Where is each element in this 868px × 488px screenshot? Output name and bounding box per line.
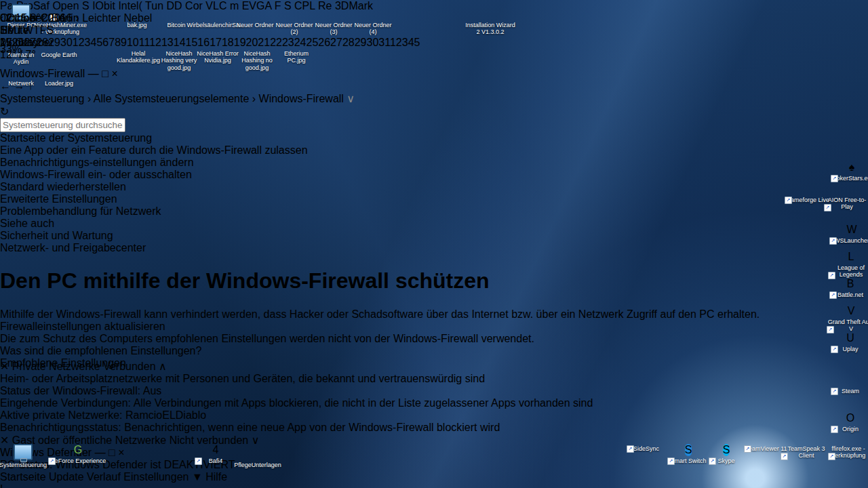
icon-label: NiceHash Hashing very good.jpg xyxy=(157,50,201,71)
calendar-cell: 20 xyxy=(246,37,258,48)
calendar-cell: 11 xyxy=(139,37,149,48)
breadcrumb-separator: › xyxy=(252,93,256,104)
desktop-icon-netzwerk[interactable]: Netzwerk xyxy=(1,62,41,87)
desktop-icon-league-of-legends[interactable]: L League of Legends xyxy=(829,251,868,279)
pokerstars-icon: ♠ xyxy=(849,161,855,174)
desktop: Dieser PC NiceHashMiner.exe - Verknüpfun… xyxy=(0,0,868,488)
breadcrumb-item[interactable]: Alle Systemsteuerungselemente xyxy=(94,93,249,104)
icon-label: Systemsteuerung xyxy=(0,462,47,468)
icon-label: Loader.jpg xyxy=(45,80,73,87)
address-bar: ← → ↑ Systemsteuerung › Alle Systemsteue… xyxy=(0,80,868,132)
collapse-icon[interactable]: ∧ xyxy=(159,361,167,372)
desktop-icon-geforce-experience[interactable]: G GeForce Experience xyxy=(49,444,107,464)
maximize-button[interactable]: □ xyxy=(102,68,108,79)
desktop-icon-teamspeak[interactable]: TeamSpeak 3 Client xyxy=(781,444,831,460)
icon-label: SideSync xyxy=(633,445,659,452)
desktop-icon-battlenet[interactable]: B Battle.net xyxy=(830,278,868,298)
calendar-cell: 18 xyxy=(222,37,234,48)
uplay-icon: U xyxy=(846,332,854,344)
recommended-settings-link[interactable]: Was sind die empfohlenen Einstellungen? xyxy=(0,345,868,357)
calendar-cell: 16 xyxy=(197,37,210,48)
calendar-cell: 19 xyxy=(234,37,246,48)
maximize-button[interactable]: □ xyxy=(108,447,115,458)
origin-icon: O xyxy=(846,412,854,424)
breadcrumb-item[interactable]: Windows-Firewall xyxy=(259,93,344,104)
icon-label: WSLauncher xyxy=(834,237,868,244)
sidebar-task-link[interactable]: Eine App oder ein Feature durch die Wind… xyxy=(0,144,868,157)
calendar-cell: 4 xyxy=(408,37,414,48)
search-input[interactable] xyxy=(0,118,125,132)
chevron-down-icon: ▼ xyxy=(192,471,203,483)
calendar-cell: 23 xyxy=(282,37,294,48)
desktop-icon-origin[interactable]: O Origin xyxy=(831,412,868,432)
private-networks-header[interactable]: ✕ Private Netzwerke Verbunden ∧ xyxy=(0,360,868,373)
sidebar-task-link[interactable]: Benachrichtigungs-einstellungen ändern xyxy=(0,157,868,169)
warning-monitor-icon: ! xyxy=(0,483,868,488)
breadcrumb[interactable]: Systemsteuerung › Alle Systemsteuerungse… xyxy=(0,92,868,105)
close-button[interactable]: × xyxy=(118,447,124,458)
desktop-icon-smart-switch[interactable]: S Smart Switch xyxy=(668,444,709,464)
desktop-icon-gameforge[interactable]: Gameforge Live xyxy=(785,195,830,203)
icon-label: GeForce Experience xyxy=(50,458,106,464)
refresh-icon[interactable]: ↻ xyxy=(0,106,9,117)
desktop-icon-gta5[interactable]: V Grand Theft Auto V xyxy=(827,305,868,333)
tearoff-calendar-widget[interactable]: October 2016 17 Monday xyxy=(0,12,66,49)
sidebar-task-link[interactable]: Erweiterte Einstellungen xyxy=(0,193,868,205)
desktop-icon-pflegeunterlagen[interactable]: PflegeUnterlagen xyxy=(233,444,282,468)
desktop-icon-firefox[interactable]: ffirefox.exe - Verknüpfung xyxy=(829,444,868,460)
calendar-cell: 2 xyxy=(79,37,85,48)
tab-startseite[interactable]: Startseite xyxy=(0,471,46,483)
see-also-link-netzwerk[interactable]: Netzwerk- und Freigabecenter xyxy=(0,242,868,254)
see-also-link-sicherheit[interactable]: Sicherheit und Wartung xyxy=(0,230,868,242)
detail-row: Benachrichtigungsstatus: Benachrichtigen… xyxy=(0,422,868,434)
desktop-icon-wslauncher[interactable]: W WSLauncher xyxy=(830,224,868,244)
calendar-cell: 5 xyxy=(96,37,102,48)
firewall-sidebar: Startseite der SystemsteuerungEine App o… xyxy=(0,132,868,254)
sidebar-task-link[interactable]: Startseite der Systemsteuerung xyxy=(0,132,868,144)
section-title: Private Netzwerke xyxy=(12,361,100,372)
status-badge: Verbunden xyxy=(103,361,155,372)
calendar-cell: 14 xyxy=(174,37,186,48)
desktop-icon-installation-wizard[interactable]: Installation Wizard 2 V1.3.0.2 xyxy=(465,4,515,36)
detail-row: Eingehende Verbindungen: Alle Verbindung… xyxy=(0,397,868,409)
tab-verlauf[interactable]: Verlauf xyxy=(87,471,121,483)
calendar-cell: 25 xyxy=(307,37,319,48)
calendar-cell: 1 xyxy=(73,37,79,48)
desktop-icon-sidesync[interactable]: SideSync xyxy=(627,444,665,452)
settings-menu[interactable]: Einstellungen xyxy=(123,471,192,483)
calendar-cell: 2 xyxy=(396,37,402,48)
firewall-titlebar[interactable]: Windows-Firewall — □ × xyxy=(0,68,868,80)
desktop-icon-skype[interactable]: S Skype xyxy=(709,444,743,464)
desktop-icon-aion[interactable]: AION Free-to-Play xyxy=(825,195,868,211)
breadcrumb-item[interactable]: Systemsteuerung xyxy=(0,93,85,104)
desktop-icon-uplay[interactable]: U Uplay xyxy=(831,332,868,352)
icon-label: Smart Switch xyxy=(670,458,706,464)
desktop-icon-bafi4[interactable]: 4 Bafi4 xyxy=(195,444,236,464)
smart-switch-icon: S xyxy=(685,444,692,456)
private-networks-details: Status der Windows-Firewall: Aus Eingehe… xyxy=(0,385,868,434)
icon-label: TeamSpeak 3 Client xyxy=(781,445,831,460)
control-panel-searchbox[interactable] xyxy=(0,118,868,132)
tab-update[interactable]: Update xyxy=(49,471,84,483)
calendar-cell: 22 xyxy=(270,37,282,48)
sidebar-task-link[interactable]: Windows-Firewall ein- oder ausschalten xyxy=(0,169,868,181)
update-box-text: Die zum Schutz des Computers empfohlenen… xyxy=(0,333,868,345)
sidebar-task-link[interactable]: Standard wiederherstellen xyxy=(0,181,868,193)
calendar-cell: 21 xyxy=(258,37,270,48)
desktop-icon-steam[interactable]: Steam xyxy=(831,386,868,394)
desktop-icon-systemsteuerung[interactable]: Systemsteuerung xyxy=(1,444,45,468)
see-also-block: Siehe auch Sicherheit und Wartung Netzwe… xyxy=(0,218,868,254)
calendar-cell: 10 xyxy=(127,37,139,48)
calendar-cell: 15 xyxy=(186,37,198,48)
icon-label: Gameforge Live xyxy=(786,197,829,203)
breadcrumb-dropdown-icon[interactable]: ∨ xyxy=(347,93,355,104)
desktop-icon-pokerstars[interactable]: ♠ PokerStars.eu xyxy=(831,161,868,182)
sidebar-task-link[interactable]: Problembehandlung für Netzwerk xyxy=(0,205,868,218)
sidebar-task-list: Startseite der SystemsteuerungEine App o… xyxy=(0,132,868,218)
minimize-button[interactable]: — xyxy=(88,68,99,79)
calendar-cell: 3 xyxy=(85,37,91,48)
help-menu[interactable]: ▼ Hilfe xyxy=(192,471,227,483)
calendar-next-icon[interactable]: › xyxy=(75,12,79,24)
close-button[interactable]: × xyxy=(111,68,117,79)
desktop-icon-loader-jpg[interactable]: Loader.jpg xyxy=(38,62,80,87)
